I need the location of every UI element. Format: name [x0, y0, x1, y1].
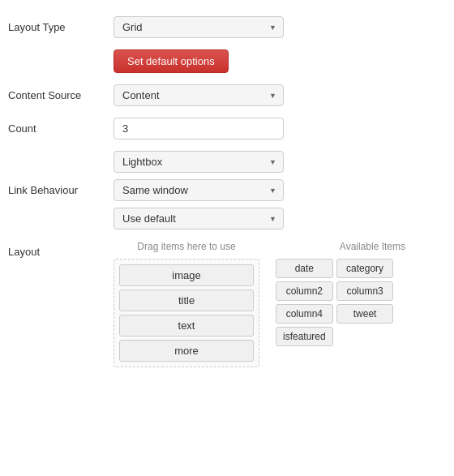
link-behaviour-select-3[interactable]: Use default Override	[114, 208, 284, 229]
available-item-column2[interactable]: column2	[276, 281, 333, 301]
layout-area: Drag items here to use image title text …	[114, 241, 405, 367]
settings-form: Layout Type Grid List Masonry Set defaul…	[8, 16, 446, 379]
content-source-select-wrapper[interactable]: Content News Blog	[114, 84, 284, 106]
available-item-date[interactable]: date	[276, 259, 333, 278]
available-grid: date category column2 column3 column4 tw…	[276, 259, 393, 346]
set-default-button[interactable]: Set default options	[114, 49, 229, 73]
drag-item-image[interactable]: image	[119, 264, 254, 286]
drag-area: Drag items here to use image title text …	[114, 241, 259, 367]
count-input[interactable]	[114, 118, 284, 139]
link-behaviour-select-3-wrapper[interactable]: Use default Override	[114, 208, 284, 229]
available-item-tweet[interactable]: tweet	[336, 304, 394, 324]
available-item-category[interactable]: category	[336, 259, 394, 278]
drag-item-text[interactable]: text	[119, 315, 254, 337]
content-source-label: Content Source	[8, 89, 114, 101]
layout-type-select-wrapper[interactable]: Grid List Masonry	[114, 16, 284, 38]
available-item-isfeatured[interactable]: isfeatured	[276, 327, 333, 346]
link-behaviour-select-2-wrapper[interactable]: Same window New window	[114, 179, 284, 201]
drag-item-title[interactable]: title	[119, 289, 254, 311]
available-area: Available Items date category column2 co…	[276, 241, 405, 346]
count-label: Count	[8, 122, 114, 135]
link-behaviour-select-1-wrapper[interactable]: Lightbox New window Same window	[114, 151, 284, 173]
drag-item-more[interactable]: more	[119, 340, 254, 362]
content-source-select[interactable]: Content News Blog	[114, 84, 284, 106]
layout-type-select[interactable]: Grid List Masonry	[114, 16, 284, 38]
link-behaviour-select-1[interactable]: Lightbox New window Same window	[114, 151, 284, 173]
available-item-column3[interactable]: column3	[336, 281, 394, 301]
layout-type-label: Layout Type	[8, 21, 114, 33]
drag-items-container[interactable]: image title text more	[114, 259, 259, 367]
count-row: Count	[8, 118, 446, 139]
layout-type-row: Layout Type Grid List Masonry	[8, 16, 446, 38]
available-label: Available Items	[276, 241, 405, 252]
link-behaviour-select-2[interactable]: Same window New window	[114, 179, 284, 201]
link-behaviour-controls: Lightbox New window Same window Same win…	[114, 151, 284, 229]
available-item-column4[interactable]: column4	[276, 304, 333, 324]
layout-label: Layout	[8, 241, 114, 258]
content-source-row: Content Source Content News Blog	[8, 84, 446, 106]
link-behaviour-row: Link Behaviour Lightbox New window Same …	[8, 151, 446, 229]
set-default-row: Set default options	[8, 49, 446, 84]
drag-label: Drag items here to use	[137, 241, 235, 252]
link-behaviour-label: Link Behaviour	[8, 184, 114, 196]
layout-row: Layout Drag items here to use image titl…	[8, 241, 446, 367]
